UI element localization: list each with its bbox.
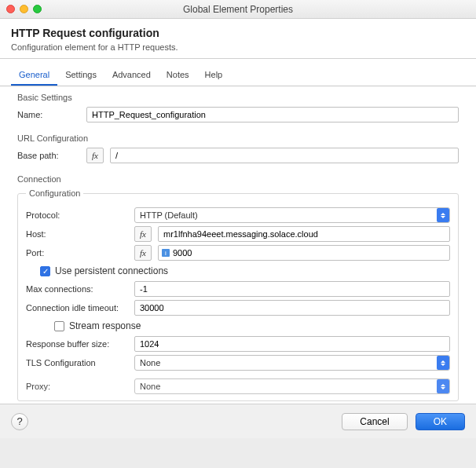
tab-bar: General Settings Advanced Notes Help [0, 65, 476, 86]
url-config-title: URL Configuration [17, 133, 459, 143]
window-zoom-button[interactable] [33, 5, 42, 13]
max-connections-input[interactable] [134, 281, 450, 297]
protocol-select[interactable]: HTTP (Default) [134, 207, 450, 223]
ok-button[interactable]: OK [416, 413, 465, 430]
cancel-button[interactable]: Cancel [342, 413, 407, 430]
port-input[interactable] [173, 247, 446, 259]
tab-general[interactable]: General [11, 65, 57, 86]
fx-button-port[interactable]: fx [134, 245, 152, 261]
basic-settings-title: Basic Settings [17, 93, 459, 102]
connection-title: Connection [17, 174, 459, 184]
help-button[interactable]: ? [11, 413, 28, 430]
idle-timeout-label: Connection idle timeout: [26, 303, 128, 313]
port-label: Port: [26, 248, 128, 258]
tls-select[interactable]: None [134, 355, 450, 371]
help-icon: ? [16, 415, 22, 427]
protocol-value: HTTP (Default) [140, 210, 198, 220]
base-path-label: Base path: [17, 151, 80, 160]
name-label: Name: [17, 110, 80, 119]
info-icon: i [162, 249, 170, 257]
tab-help[interactable]: Help [197, 65, 231, 86]
configuration-legend: Configuration [26, 188, 83, 198]
proxy-label: Proxy: [26, 382, 128, 391]
proxy-select[interactable]: None [134, 378, 450, 394]
page-title: HTTP Request configuration [11, 27, 465, 39]
window-minimize-button[interactable] [20, 5, 28, 13]
persistent-checkbox[interactable] [40, 266, 50, 276]
chevron-updown-icon [437, 208, 449, 222]
host-label: Host: [26, 229, 128, 239]
stream-response-label: Stream response [69, 320, 141, 331]
protocol-label: Protocol: [26, 210, 128, 220]
host-input[interactable] [158, 226, 450, 242]
tab-settings[interactable]: Settings [57, 65, 104, 86]
persistent-label: Use persistent connections [55, 265, 168, 276]
chevron-updown-icon [437, 379, 449, 393]
tab-advanced[interactable]: Advanced [104, 65, 159, 86]
base-path-input[interactable] [110, 148, 459, 163]
tls-value: None [140, 358, 160, 367]
stream-response-checkbox[interactable] [54, 321, 64, 331]
window-title: Global Element Properties [6, 4, 470, 15]
page-subtitle: Configuration element for a HTTP request… [11, 42, 465, 52]
buffer-size-input[interactable] [134, 336, 450, 352]
idle-timeout-input[interactable] [134, 300, 450, 316]
proxy-value: None [140, 382, 160, 391]
tab-notes[interactable]: Notes [159, 65, 197, 86]
name-input[interactable] [86, 107, 459, 122]
dialog-header: HTTP Request configuration Configuration… [0, 19, 476, 59]
fx-button-basepath[interactable]: fx [86, 148, 104, 163]
tls-label: TLS Configuration [26, 358, 128, 367]
window-close-button[interactable] [6, 5, 15, 13]
max-connections-label: Max connections: [26, 284, 128, 294]
chevron-updown-icon [437, 356, 449, 370]
fx-button-host[interactable]: fx [134, 226, 152, 242]
buffer-size-label: Response buffer size: [26, 339, 128, 349]
